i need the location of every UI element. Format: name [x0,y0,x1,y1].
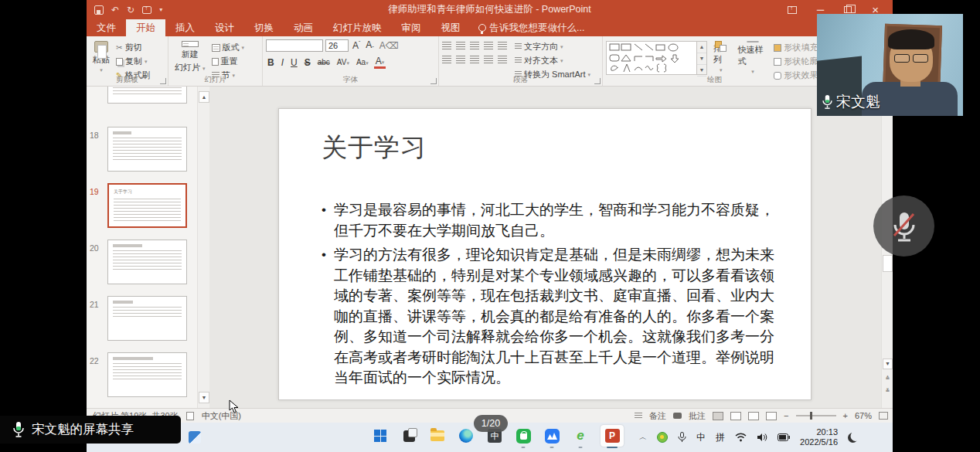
new-slide-button[interactable]: 新建 幻灯片 ▾ [172,39,209,75]
cut-button[interactable]: ✂剪切 [116,42,150,53]
text-shadow-button[interactable]: abc [316,58,332,66]
paste-button[interactable]: 粘贴 ▾ [90,39,113,75]
restore-button[interactable] [844,6,852,13]
save-icon[interactable] [94,5,104,15]
zoom-slider[interactable] [796,415,836,416]
powerpoint-taskbar-button[interactable]: P [600,427,624,445]
tray-ime-chinese[interactable]: 中 [696,431,706,444]
character-spacing-button[interactable]: AV▾ [335,58,351,66]
clear-formatting-button[interactable]: A⌫ [378,40,400,51]
thumbnail-scrollbar[interactable]: ▲ ▼ [197,87,209,408]
grow-font-button[interactable]: Aˆ [351,40,362,51]
copy-button[interactable]: 复制 ▾ [116,56,150,67]
green-app-button[interactable] [514,427,533,445]
slide-19-canvas[interactable]: 关于学习 学习是最容易的事情，河北工大的学生，智商和学习能力不容质疑，但千万不要… [278,108,812,400]
bold-button[interactable]: B [266,57,276,68]
clipboard-dialog-launcher-icon[interactable] [160,78,166,84]
shrink-font-button[interactable]: Aˇ [364,39,375,51]
font-dialog-launcher-icon[interactable] [430,78,437,84]
thumbnail-scroll-down-icon[interactable]: ▼ [199,392,209,403]
zoom-out-button[interactable]: − [784,411,788,420]
language-status[interactable]: 中文(中国) [202,410,241,422]
paragraph-dialog-launcher-icon[interactable] [594,78,601,84]
thumbnail-slide-20[interactable] [107,240,187,284]
underline-button[interactable]: U [289,57,299,68]
tab-view[interactable]: 视图 [431,19,471,36]
reset-button[interactable]: 重置 [212,56,245,67]
shapes-gallery[interactable] [606,41,697,75]
normal-view-icon[interactable] [713,412,723,420]
align-right-icon[interactable] [470,56,479,64]
increase-indent-icon[interactable] [484,42,493,50]
tray-overflow-chevron-icon[interactable]: ︿ [639,432,647,443]
paste-dropdown-icon[interactable]: ▾ [100,67,103,73]
arrange-button[interactable]: 排列 ▾ [710,39,732,75]
thumbnail-slide-22[interactable] [107,352,187,397]
shapes-scroll-down-icon[interactable]: ▼ [697,53,706,65]
tab-slideshow[interactable]: 幻灯片放映 [323,19,392,36]
shapes-scroll-up-icon[interactable]: ▲ [697,42,706,53]
change-case-button[interactable]: Aa▾ [355,58,370,66]
qat-dropdown-icon[interactable]: ▾ [159,6,162,13]
align-left-icon[interactable] [442,56,451,64]
shapes-gallery-scrollbar[interactable]: ▲ ▼ ▼ [697,41,707,75]
wifi-icon[interactable] [735,433,747,442]
focus-assist-moon-icon[interactable] [848,433,858,443]
task-view-button[interactable] [400,427,418,445]
tab-home[interactable]: 开始 [126,19,165,36]
thumbnail-slide-18[interactable] [107,127,187,172]
align-center-icon[interactable] [456,56,465,64]
quick-styles-button[interactable]: 快速样式 ▾ [735,39,771,75]
numbering-icon[interactable] [456,42,465,50]
shape-fill-button[interactable]: 形状填充 ▾ [774,42,823,53]
tab-file[interactable]: 文件 [87,19,126,36]
meeting-app-button[interactable] [543,427,561,445]
ie-browser-button[interactable]: e [571,427,590,445]
notes-button[interactable]: 备注 [649,410,666,422]
columns-icon[interactable] [498,56,507,64]
thumbnail-slide-17-partial[interactable] [107,87,187,104]
font-color-button[interactable]: A▾ [374,56,386,69]
previous-slide-button[interactable]: ≙ [883,374,893,385]
next-slide-button[interactable]: ≚ [883,386,893,397]
decrease-indent-icon[interactable] [470,42,479,50]
tray-ime-pinyin[interactable]: 拼 [716,431,725,444]
slideshow-view-icon[interactable] [766,412,777,420]
tab-animations[interactable]: 动画 [284,19,323,36]
thumbnail-slide-21[interactable] [107,296,187,341]
fit-slide-to-window-icon[interactable] [879,412,888,420]
thumbnail-slide-19-selected[interactable]: 关于学习 [107,183,187,228]
tab-review[interactable]: 审阅 [392,19,431,36]
slide-scrollbar-thumb[interactable] [883,255,893,272]
line-spacing-icon[interactable] [498,42,507,50]
spellcheck-icon[interactable] [186,412,194,420]
webcam-video-tile[interactable]: 宋文魁 [817,14,963,116]
zoom-level[interactable]: 67% [855,411,872,420]
speaker-icon[interactable] [757,433,767,442]
zoom-slider-thumb[interactable] [810,412,812,420]
redo-icon[interactable]: ↻ [127,5,134,15]
ribbon-display-options-icon[interactable] [788,6,797,14]
tray-microphone-icon[interactable] [678,432,686,443]
slide-sorter-view-icon[interactable] [730,412,741,420]
slideshow-from-start-icon[interactable] [142,6,151,14]
tab-insert[interactable]: 插入 [165,19,205,36]
tab-design[interactable]: 设计 [205,19,244,36]
bullets-icon[interactable] [442,42,451,50]
font-name-input[interactable] [266,39,323,52]
shape-outline-button[interactable]: 形状轮廓 ▾ [774,56,823,67]
text-direction-button[interactable]: 文字方向 ▾ [515,41,590,53]
tray-clock[interactable]: 20:13 2022/5/16 [800,427,838,447]
layout-button[interactable]: 版式 ▾ [212,42,245,53]
antivirus-360-icon[interactable] [657,432,668,443]
taskbar-widgets-icon[interactable] [189,431,201,444]
edge-browser-button[interactable] [457,427,475,445]
italic-button[interactable]: I [280,57,285,68]
justify-icon[interactable] [484,56,493,64]
mute-toggle-button[interactable] [873,195,934,257]
font-size-input[interactable] [325,39,349,52]
comments-button[interactable]: 批注 [689,410,706,422]
reading-view-icon[interactable] [748,412,759,420]
slide-scroll-down-icon[interactable]: ▼ [883,359,893,369]
align-text-button[interactable]: 对齐文本 ▾ [515,55,590,66]
